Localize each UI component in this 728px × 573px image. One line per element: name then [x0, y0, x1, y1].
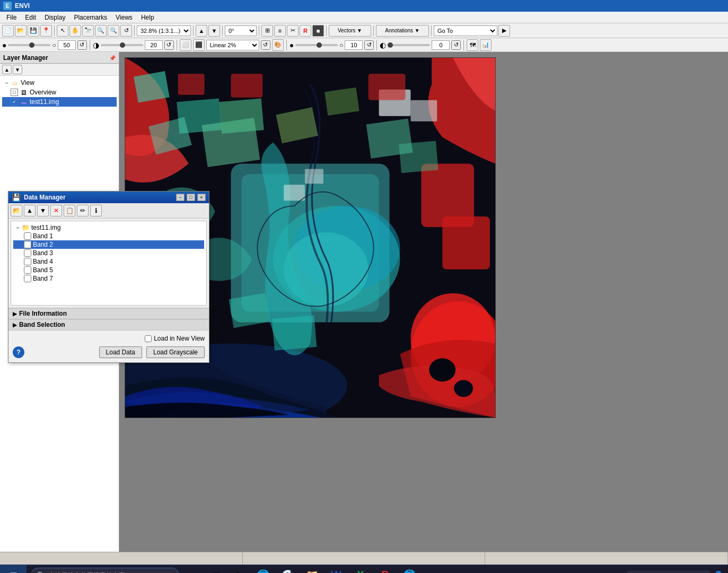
dm-band4-checkbox[interactable]: [24, 258, 31, 265]
dm-tree-root[interactable]: − 📁 test11.img: [13, 223, 204, 232]
brightness-slider[interactable]: [8, 44, 50, 46]
stretch-reset-btn[interactable]: ⬜: [180, 39, 191, 51]
pin-btn[interactable]: 📍: [40, 25, 52, 37]
dm-tree-band5[interactable]: Band 5: [13, 266, 204, 274]
load-new-view-label[interactable]: Load in New View: [145, 335, 205, 342]
sep5: [259, 25, 259, 36]
dm-band5-checkbox[interactable]: [24, 266, 31, 274]
sharpen-slider[interactable]: [295, 44, 338, 46]
taskbar-excel-btn[interactable]: X: [349, 565, 372, 574]
menu-help[interactable]: Help: [137, 13, 159, 22]
tool3-btn[interactable]: ✂: [287, 25, 299, 37]
layer-down-btn[interactable]: ▼: [13, 65, 22, 74]
dm-file-info-section[interactable]: ▶ File Information: [8, 308, 209, 319]
dm-info-btn[interactable]: ℹ: [90, 205, 102, 216]
dm-tree-band2[interactable]: Band 2: [13, 240, 204, 249]
multidesktop-btn[interactable]: ▣: [207, 565, 226, 574]
taskbar-browser2-btn[interactable]: 🌐: [398, 565, 421, 574]
dm-copy-btn[interactable]: 📋: [64, 205, 75, 216]
tree-item-file[interactable]: ✓ ▬ test11.img: [2, 97, 117, 107]
band-btn[interactable]: ■: [312, 25, 324, 37]
zoom-in-btn[interactable]: 🔍: [95, 25, 107, 37]
tree-item-overview[interactable]: □ 🖼 Overview: [2, 88, 117, 97]
stretch-refresh-btn[interactable]: ↺: [261, 40, 270, 50]
dm-minimize-btn[interactable]: −: [176, 194, 185, 201]
view-folder-icon: 🗂: [11, 79, 19, 87]
histogram-btn[interactable]: 📊: [480, 39, 492, 51]
dm-remove-btn[interactable]: ✕: [50, 205, 62, 216]
menu-display[interactable]: Display: [40, 13, 69, 22]
stretch-apply-btn[interactable]: ⬛: [193, 39, 205, 51]
dm-close-btn[interactable]: ×: [197, 194, 206, 201]
save-btn[interactable]: 💾: [28, 25, 39, 37]
menu-placemarks[interactable]: Placemarks: [69, 13, 111, 22]
contrast-refresh-btn[interactable]: ↺: [164, 40, 174, 50]
sharpen-refresh-btn[interactable]: ↺: [364, 40, 374, 50]
taskbar-word-btn[interactable]: W: [324, 565, 348, 574]
load-new-view-checkbox[interactable]: [145, 335, 152, 342]
opacity-input[interactable]: 0: [432, 40, 450, 50]
tree-item-view[interactable]: − 🗂 View: [2, 78, 117, 88]
dm-tree-band3[interactable]: Band 3: [13, 249, 204, 257]
tool1-btn[interactable]: ⊞: [261, 25, 273, 37]
stretch-select[interactable]: Linear 2% Linear Equalization Gaussian: [206, 40, 259, 50]
dm-tree-band7[interactable]: Band 7: [13, 274, 204, 283]
layer-up-btn[interactable]: ▲: [2, 65, 12, 74]
color-table-btn[interactable]: 🎨: [272, 39, 284, 51]
layer-manager-header[interactable]: Layer Manager 📌: [0, 52, 119, 64]
goto-apply-btn[interactable]: ▶: [498, 25, 510, 37]
menu-views[interactable]: Views: [111, 13, 137, 22]
pan-btn[interactable]: ✋: [69, 25, 81, 37]
open-btn[interactable]: 📂: [15, 25, 27, 37]
opacity-refresh-btn[interactable]: ↺: [451, 40, 461, 50]
select-btn[interactable]: ↖: [57, 25, 68, 37]
menu-edit[interactable]: Edit: [21, 13, 40, 22]
taskbar-chrome-btn[interactable]: 🌐: [251, 565, 275, 574]
start-button[interactable]: ⊞: [0, 565, 27, 574]
roi-btn[interactable]: R: [300, 25, 311, 37]
tool2-btn[interactable]: ≡: [274, 25, 286, 37]
taskbar-powerpoint-btn[interactable]: P: [373, 565, 397, 574]
scroll-up-btn[interactable]: ▲: [196, 25, 207, 37]
roam-btn[interactable]: 🔭: [82, 25, 94, 37]
refresh-btn[interactable]: ↺: [120, 25, 132, 37]
brightness-refresh-btn[interactable]: ↺: [77, 40, 87, 50]
brightness-input[interactable]: 50: [58, 40, 76, 50]
dm-root-expand[interactable]: −: [14, 224, 22, 231]
dm-band3-checkbox[interactable]: [24, 249, 31, 257]
new-btn[interactable]: 📄: [2, 25, 14, 37]
view-expand-btn[interactable]: −: [3, 79, 11, 86]
taskbar-explorer-btn[interactable]: 📁: [300, 565, 323, 574]
dm-band2-checkbox[interactable]: [24, 241, 31, 248]
contrast-input[interactable]: 20: [145, 40, 163, 50]
taskbar-search[interactable]: 🔍 在这里输入你要搜索的内容: [31, 568, 179, 574]
dm-edit-btn[interactable]: ✏: [77, 205, 89, 216]
vectors-btn[interactable]: Vectors ▼: [329, 25, 371, 37]
zoom-out-btn[interactable]: 🔍: [108, 25, 119, 37]
dm-band1-checkbox[interactable]: [24, 232, 31, 240]
annotations-btn[interactable]: Annotations ▼: [376, 25, 429, 37]
sharpen-input[interactable]: 10: [345, 40, 363, 50]
goto-select[interactable]: Go To: [434, 25, 497, 36]
load-grayscale-btn[interactable]: Load Grayscale: [146, 346, 205, 358]
palette-btn[interactable]: 🗺: [467, 39, 478, 51]
dm-down-btn[interactable]: ▼: [37, 205, 49, 216]
dm-tree-band4[interactable]: Band 4: [13, 257, 204, 266]
menu-file[interactable]: File: [2, 13, 21, 22]
taskview-btn[interactable]: ○: [186, 565, 205, 574]
dm-restore-btn[interactable]: □: [187, 194, 195, 201]
dm-open-btn[interactable]: 📂: [11, 205, 22, 216]
dm-up-btn[interactable]: ▲: [24, 205, 36, 216]
load-data-btn[interactable]: Load Data: [99, 346, 142, 358]
widgets-btn[interactable]: ∥: [228, 565, 247, 574]
dm-band-selection-section[interactable]: ▶ Band Selection: [8, 319, 209, 330]
zoom-select[interactable]: 32.8% (1:3.1...): [137, 25, 191, 36]
opacity-slider[interactable]: [388, 44, 430, 46]
dm-help-btn[interactable]: ?: [13, 346, 24, 358]
dm-tree-band1[interactable]: Band 1: [13, 232, 204, 240]
scroll-down-btn[interactable]: ▼: [208, 25, 220, 37]
contrast-slider[interactable]: [101, 44, 143, 46]
dm-band7-checkbox[interactable]: [24, 275, 31, 282]
taskbar-edge-btn[interactable]: 🌊: [276, 565, 299, 574]
rotation-select[interactable]: 0°: [225, 25, 257, 36]
